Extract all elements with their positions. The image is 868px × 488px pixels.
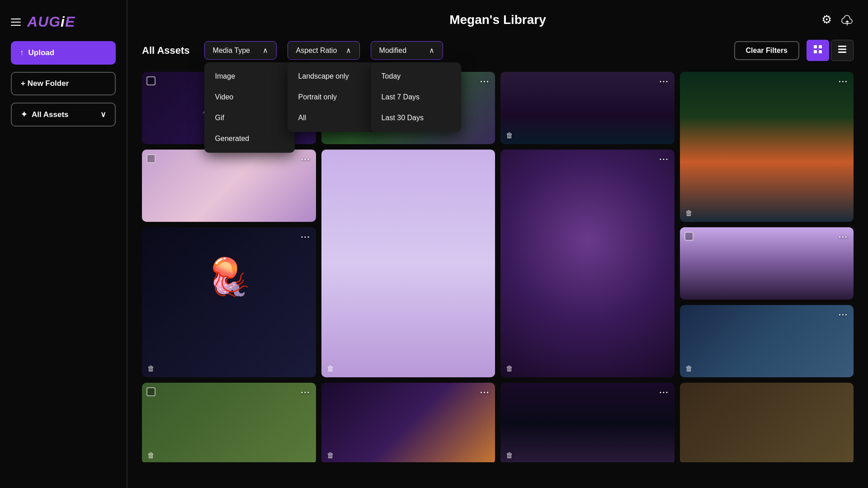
list-view-button[interactable] <box>831 40 854 61</box>
aspect-ratio-filter: Aspect Ratio ∧ Landscape only Portrait o… <box>288 41 360 60</box>
media-type-menu: Image Video Gif Generated <box>204 62 295 153</box>
asset-tile[interactable]: ··· 🗑 <box>500 72 675 144</box>
modified-filter: Modified ∧ Today Last 7 Days Last 30 Day… <box>371 41 443 60</box>
aspect-ratio-dropdown[interactable]: Aspect Ratio ∧ <box>288 41 360 60</box>
media-type-image[interactable]: Image <box>204 66 295 87</box>
all-assets-label: All Assets <box>32 110 69 119</box>
asset-tile[interactable] <box>680 383 854 462</box>
svg-rect-0 <box>814 45 817 48</box>
upload-icon: ↑ <box>20 48 24 57</box>
media-type-video[interactable]: Video <box>204 87 295 108</box>
modified-today[interactable]: Today <box>371 66 461 87</box>
tile-checkbox[interactable] <box>146 76 156 85</box>
svg-rect-3 <box>819 50 822 53</box>
tile-delete[interactable]: 🗑 <box>147 365 155 373</box>
tile-delete[interactable]: 🗑 <box>506 451 513 460</box>
page-title: Megan's Library <box>449 13 546 27</box>
svg-rect-5 <box>838 49 846 50</box>
tile-menu-dots[interactable]: ··· <box>301 233 310 242</box>
view-toggle <box>807 40 854 61</box>
svg-rect-1 <box>819 45 822 48</box>
asset-tile[interactable]: ··· 🗑 <box>500 150 675 377</box>
upload-button[interactable]: ↑ Upload <box>11 41 116 65</box>
settings-button[interactable]: ⚙ <box>821 13 832 27</box>
hamburger-icon[interactable] <box>11 19 21 26</box>
svg-rect-4 <box>838 46 846 47</box>
tile-menu-dots[interactable]: ··· <box>301 388 310 398</box>
tile-delete[interactable]: 🗑 <box>147 451 155 460</box>
sidebar-header: AUGiE <box>11 14 116 30</box>
media-type-generated[interactable]: Generated <box>204 128 295 149</box>
asset-tile[interactable]: ··· 🗑 <box>680 72 854 222</box>
aspect-ratio-chevron: ∧ <box>346 46 351 55</box>
aspect-ratio-label: Aspect Ratio <box>296 47 337 55</box>
tile-menu-dots[interactable]: ··· <box>659 155 669 164</box>
tile-menu-dots[interactable]: ··· <box>301 155 310 164</box>
filter-bar: All Assets Media Type ∧ Image Video Gif … <box>142 40 854 61</box>
asset-tile[interactable]: ··· 🗑 <box>500 383 675 462</box>
jellyfish-image: 🪼 <box>142 227 316 327</box>
chevron-down-icon: ∨ <box>100 110 106 119</box>
asset-tile[interactable]: 🪼 ··· 🗑 <box>142 227 316 377</box>
clear-filters-button[interactable]: Clear Filters <box>734 41 799 60</box>
aspect-all[interactable]: All <box>288 108 378 128</box>
modified-7days[interactable]: Last 7 Days <box>371 87 461 108</box>
tile-menu-dots[interactable]: ··· <box>659 77 669 87</box>
tile-delete[interactable]: 🗑 <box>506 131 513 140</box>
tile-menu-dots[interactable]: ··· <box>480 388 490 398</box>
media-type-chevron: ∧ <box>263 46 268 55</box>
asset-tile[interactable]: ··· <box>680 227 854 300</box>
logo: AUGiE <box>27 14 75 30</box>
media-type-gif[interactable]: Gif <box>204 108 295 128</box>
aspect-landscape[interactable]: Landscape only <box>288 66 378 87</box>
modified-label: Modified <box>379 47 406 55</box>
new-folder-button[interactable]: + New Folder <box>11 72 116 95</box>
aspect-portrait[interactable]: Portrait only <box>288 87 378 108</box>
media-type-label: Media Type <box>213 47 250 55</box>
tile-delete[interactable]: 🗑 <box>327 451 334 460</box>
aspect-ratio-menu: Landscape only Portrait only All <box>288 62 378 132</box>
star-icon: ✦ <box>21 110 27 119</box>
tile-menu-dots[interactable]: ··· <box>480 77 490 87</box>
tile-menu-dots[interactable]: ··· <box>659 388 669 398</box>
upload-cloud-button[interactable] <box>841 14 854 26</box>
modified-menu: Today Last 7 Days Last 30 Days <box>371 62 461 132</box>
tile-delete[interactable]: 🗑 <box>685 209 693 217</box>
grid-view-button[interactable] <box>807 40 829 61</box>
main-content: Megan's Library ⚙ All Assets Media Type … <box>127 0 868 488</box>
section-title: All Assets <box>142 45 190 56</box>
asset-tile[interactable]: ··· 🗑 <box>142 383 316 462</box>
svg-rect-2 <box>814 50 817 53</box>
tile-checkbox[interactable] <box>146 154 156 163</box>
top-right-controls: ⚙ <box>821 13 854 27</box>
tile-delete[interactable]: 🗑 <box>506 365 513 373</box>
media-type-filter: Media Type ∧ Image Video Gif Generated <box>204 41 277 60</box>
tile-delete[interactable]: 🗑 <box>327 365 334 373</box>
tile-menu-dots[interactable]: ··· <box>839 233 848 242</box>
asset-tile[interactable]: ··· 🗑 <box>680 305 854 377</box>
tile-delete[interactable]: 🗑 <box>685 365 693 373</box>
tile-checkbox[interactable] <box>684 232 693 241</box>
asset-tile[interactable]: ··· <box>142 150 316 222</box>
modified-dropdown[interactable]: Modified ∧ <box>371 41 443 60</box>
modified-30days[interactable]: Last 30 Days <box>371 108 461 128</box>
modified-chevron: ∧ <box>429 46 434 55</box>
new-folder-label: + New Folder <box>21 79 69 88</box>
all-assets-button[interactable]: ✦ All Assets ∨ <box>11 103 116 127</box>
asset-tile[interactable]: 🗑 <box>321 150 495 377</box>
tile-menu-dots[interactable]: ··· <box>839 77 848 87</box>
tile-checkbox[interactable] <box>146 387 156 396</box>
svg-rect-6 <box>838 52 846 53</box>
media-type-dropdown[interactable]: Media Type ∧ <box>204 41 277 60</box>
upload-label: Upload <box>28 48 55 57</box>
asset-tile[interactable]: ··· 🗑 <box>321 383 495 462</box>
sidebar: AUGiE ↑ Upload + New Folder ✦ All Assets… <box>0 0 127 488</box>
tile-menu-dots[interactable]: ··· <box>839 310 848 320</box>
